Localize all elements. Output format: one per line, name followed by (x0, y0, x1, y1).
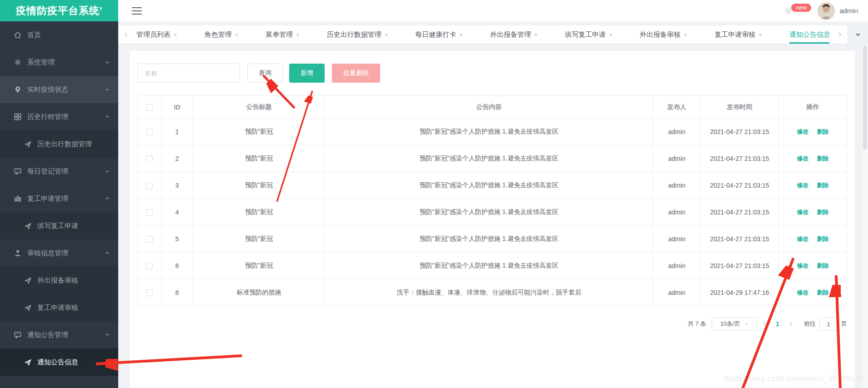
edit-link[interactable]: 修改 (797, 289, 809, 296)
chevron-up-icon (105, 249, 110, 257)
tab-actions-dropdown-icon[interactable] (848, 25, 868, 44)
sidebar-item-resume-work-mgmt[interactable]: 复工申请管理 (0, 185, 118, 212)
sidebar-item-label: 历史行程管理 (27, 113, 105, 121)
vertical-scrollbar[interactable] (862, 44, 868, 388)
chevron-up-icon (105, 331, 110, 339)
cell-id: 6 (161, 253, 193, 279)
tab-scroll-left-icon[interactable] (118, 25, 134, 44)
app-window: 疫情防疫平台系统' 首页 系统管理 实时疫情状态 (0, 0, 868, 388)
app-title: 疫情防疫平台系统' (0, 0, 118, 21)
message-icon (14, 167, 22, 175)
column-header-publisher: 发布人 (653, 96, 701, 119)
avatar[interactable] (818, 2, 835, 20)
tab-scroll-right-icon[interactable] (832, 25, 848, 44)
delete-link[interactable]: 删除 (817, 128, 828, 135)
username[interactable]: admin (839, 7, 858, 15)
row-checkbox[interactable] (146, 209, 153, 216)
tab-close-icon[interactable]: × (385, 31, 388, 38)
next-page-icon[interactable] (784, 320, 798, 328)
tab[interactable]: 管理员列表 × (136, 25, 177, 44)
scrollbar-thumb[interactable] (863, 45, 867, 150)
goto-page-input[interactable] (819, 317, 838, 331)
tab-label: 复工申请审核 (714, 30, 755, 39)
tab-close-icon[interactable]: × (758, 31, 762, 38)
header-right: new admin (784, 2, 858, 20)
table-row: 6 预防"新冠 预防"新冠"感染个人防护措施 1.避免去疫情高发区 admin … (138, 253, 847, 279)
page-number[interactable]: 1 (771, 320, 784, 328)
add-button[interactable]: 新增 (289, 64, 325, 83)
tab[interactable]: 菜单管理 × (266, 25, 300, 44)
sidebar-item-history-trip-mgmt[interactable]: 历史行程管理 (0, 103, 118, 130)
sidebar-item-realtime-status[interactable]: 实时疫情状态 (0, 76, 118, 103)
edit-link[interactable]: 修改 (797, 235, 809, 242)
sidebar-item-label: 审核信息管理 (27, 249, 105, 258)
sidebar-item-outing-report-audit[interactable]: 外出报备审核 (0, 267, 118, 294)
sidebar-item-notice-mgmt[interactable]: 通知公告管理 (0, 321, 118, 348)
tab-close-icon[interactable]: × (609, 31, 612, 38)
chevron-up-icon (105, 113, 110, 121)
delete-link[interactable]: 删除 (817, 235, 828, 242)
sidebar-item-resume-apply-audit[interactable]: 复工申请审核 (0, 294, 118, 321)
user-icon (14, 249, 22, 257)
tab-close-icon[interactable]: × (534, 31, 538, 38)
watermark-url: https://blog.csdn.net/weixin_39709134 (724, 374, 864, 383)
delete-link[interactable]: 删除 (817, 289, 828, 296)
edit-link[interactable]: 修改 (797, 209, 809, 215)
row-checkbox[interactable] (146, 182, 153, 189)
tab-label: 每日健康打卡 (415, 30, 456, 39)
sidebar-item-notice-info[interactable]: 通知公告信息 (0, 348, 118, 376)
edit-link[interactable]: 修改 (797, 128, 809, 135)
delete-link[interactable]: 删除 (817, 155, 828, 162)
tab-list: 管理员列表 × 角色管理 × 菜单管理 × 历史出行数据管理 × 每日健康打卡 … (134, 25, 832, 44)
tab[interactable]: 填写复工申请 × (565, 25, 612, 44)
tab[interactable]: 外出报备管理 × (490, 25, 538, 44)
tab[interactable]: 角色管理 × (205, 25, 239, 44)
tab[interactable]: 复工申请审核 × (714, 25, 762, 44)
batch-delete-button[interactable]: 批量删除 (332, 64, 380, 83)
prev-page-icon[interactable] (758, 320, 771, 328)
edit-link[interactable]: 修改 (797, 262, 809, 269)
hamburger-menu-icon[interactable] (132, 7, 142, 15)
delete-link[interactable]: 删除 (817, 209, 828, 215)
cell-content: 预防"新冠"感染个人防护措施 1.避免去疫情高发区 (325, 199, 653, 226)
cell-content: 洗手：接触血液、体液、排泄物、分泌物后可能污染时，脱手套后 (325, 279, 653, 306)
table-row: 8 标准预防的措施 洗手：接触血液、体液、排泄物、分泌物后可能污染时，脱手套后 … (138, 279, 847, 306)
sidebar-item-label: 历史出行数据管理 (37, 140, 110, 149)
edit-link[interactable]: 修改 (797, 155, 809, 162)
sidebar-item-fill-resume-apply[interactable]: 填写复工申请 (0, 212, 118, 239)
select-all-checkbox[interactable] (146, 104, 153, 111)
search-input[interactable] (137, 64, 240, 83)
row-checkbox[interactable] (146, 155, 153, 162)
column-header-content: 公告内容 (325, 96, 653, 119)
tab-close-icon[interactable]: × (459, 31, 463, 38)
column-header-actions: 操作 (779, 96, 847, 119)
sidebar-item-daily-register-mgmt[interactable]: 每日登记管理 (0, 158, 118, 185)
tab[interactable]: 外出报备审核 × (640, 25, 687, 44)
delete-link[interactable]: 删除 (817, 182, 828, 189)
sidebar-item-audit-info-mgmt[interactable]: 审核信息管理 (0, 239, 118, 267)
tab[interactable]: 每日健康打卡 × (415, 25, 463, 44)
tab[interactable]: 历史出行数据管理 × (327, 25, 388, 44)
row-checkbox[interactable] (146, 129, 153, 135)
row-checkbox[interactable] (146, 289, 153, 296)
cell-id: 8 (161, 279, 193, 306)
sidebar-item-label: 复工申请审核 (37, 303, 110, 312)
tab-close-icon[interactable]: × (235, 31, 239, 38)
tab-close-icon[interactable]: × (296, 31, 300, 38)
row-checkbox[interactable] (146, 263, 153, 269)
query-button[interactable]: 查询 (247, 64, 283, 83)
row-checkbox[interactable] (146, 236, 153, 243)
tab-close-icon[interactable]: × (684, 31, 687, 38)
page-size-select[interactable]: 10条/页 (712, 317, 758, 331)
tab-close-icon[interactable]: × (174, 31, 177, 38)
sidebar-item-system-mgmt[interactable]: 系统管理 (0, 49, 118, 76)
sidebar-item-history-travel-data[interactable]: 历史出行数据管理 (0, 130, 118, 158)
tab[interactable]: 通知公告信息 × (789, 25, 829, 44)
column-header-id: ID (161, 96, 193, 119)
edit-link[interactable]: 修改 (797, 182, 809, 189)
sidebar-item-home[interactable]: 首页 (0, 21, 118, 49)
cell-publisher: admin (653, 253, 701, 279)
delete-link[interactable]: 删除 (817, 262, 828, 269)
tab-bar: 管理员列表 × 角色管理 × 菜单管理 × 历史出行数据管理 × 每日健康打卡 … (118, 25, 868, 44)
sidebar-item-label: 实时疫情状态 (27, 85, 105, 94)
